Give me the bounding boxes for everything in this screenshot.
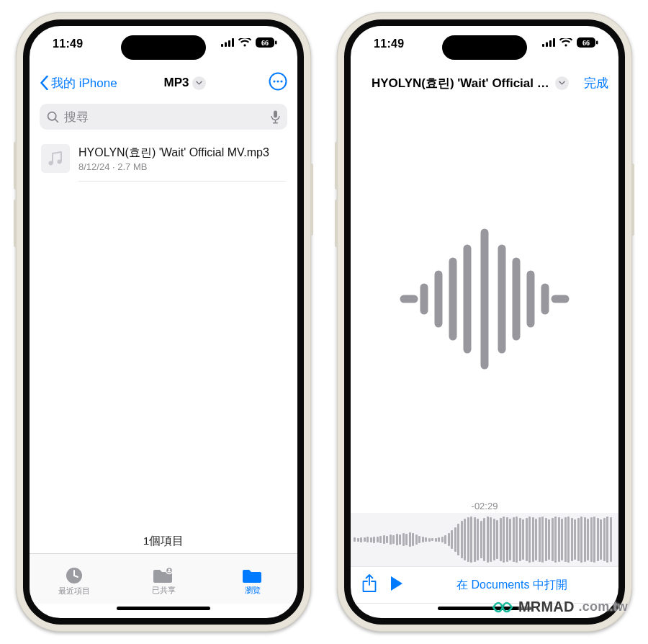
waveform-icon <box>391 227 578 371</box>
waveform-bar <box>539 517 541 562</box>
svg-rect-2 <box>228 40 230 47</box>
clock-icon <box>65 566 84 585</box>
waveform-bar <box>360 537 362 542</box>
waveform-bar <box>354 537 356 542</box>
music-file-icon <box>41 144 70 173</box>
remaining-time: -02:29 <box>351 498 618 513</box>
svg-rect-1 <box>225 43 227 48</box>
wifi-icon <box>559 38 572 47</box>
waveform-bar <box>513 517 515 562</box>
svg-point-8 <box>273 80 275 82</box>
svg-rect-21 <box>542 44 544 47</box>
waveform-bar <box>535 519 537 560</box>
waveform-bar <box>386 536 388 543</box>
waveform-bar <box>554 516 557 563</box>
waveform-bar <box>493 519 495 560</box>
nav-bar: HYOLYN(효린) 'Wait' Official MV 完成 <box>351 66 618 99</box>
waveform-bar <box>364 537 366 542</box>
tab-label: 最近項目 <box>58 586 90 596</box>
waveform-bar <box>548 519 550 560</box>
tab-label: 已共享 <box>152 586 176 596</box>
phone-frame-right: 11:49 66 HYOLYN(효린) 'Wait' Official MV 完… <box>337 12 632 632</box>
file-meta: 8/12/24 · 2.7 MB <box>78 161 286 172</box>
svg-text:66: 66 <box>582 39 590 47</box>
list-item[interactable]: HYOLYN(효린) 'Wait' Official MV.mp3 8/12/2… <box>40 137 287 189</box>
dynamic-island <box>442 35 527 60</box>
waveform-bar <box>561 519 563 560</box>
waveform-bar <box>444 535 446 544</box>
waveform-bar <box>409 532 411 547</box>
waveform-bar <box>383 535 385 544</box>
waveform-bar <box>545 518 547 561</box>
status-time: 11:49 <box>374 37 404 50</box>
waveform-bar <box>377 537 379 542</box>
file-list: HYOLYN(효린) 'Wait' Official MV.mp3 8/12/2… <box>30 137 297 528</box>
waveform-bar <box>402 533 405 546</box>
waveform-bar <box>509 519 511 560</box>
title-dropdown-icon <box>555 76 569 90</box>
svg-rect-5 <box>275 41 277 45</box>
waveform-bar <box>584 517 586 562</box>
waveform-bar <box>370 537 372 542</box>
page-title: HYOLYN(효린) 'Wait' Official MV <box>372 75 552 91</box>
waveform-bar <box>597 518 599 561</box>
wifi-icon <box>238 38 251 47</box>
waveform-scrubber[interactable] <box>351 513 618 566</box>
more-button[interactable] <box>269 72 287 94</box>
item-count: 1個項目 <box>30 528 297 553</box>
nav-title-group[interactable]: MP3 <box>164 76 207 90</box>
svg-point-20 <box>168 568 171 571</box>
watermark-suffix: .com.tw <box>579 599 628 614</box>
waveform-bar <box>567 516 570 563</box>
waveform-bar <box>431 538 433 541</box>
waveform-bar <box>603 518 606 561</box>
player-artwork-area <box>351 99 618 498</box>
watermark-logo-icon <box>491 600 514 614</box>
search-input[interactable]: 搜尋 <box>40 104 287 130</box>
play-button[interactable] <box>390 575 404 595</box>
title-dropdown-icon <box>192 76 206 90</box>
waveform-bar <box>441 537 444 542</box>
svg-point-17 <box>58 160 62 164</box>
battery-icon: 66 <box>577 37 598 48</box>
waveform-bar <box>373 537 375 543</box>
tab-recents[interactable]: 最近項目 <box>42 566 107 596</box>
waveform-bar <box>428 538 431 542</box>
waveform-bar <box>405 534 408 545</box>
waveform-bar <box>587 519 589 560</box>
microphone-icon[interactable] <box>271 110 280 124</box>
waveform-bar <box>528 516 531 563</box>
nav-bar: 我的 iPhone MP3 <box>30 66 297 99</box>
screen-right: 11:49 66 HYOLYN(효린) 'Wait' Official MV 完… <box>344 19 625 625</box>
waveform-bar <box>448 533 450 546</box>
play-icon <box>390 575 404 592</box>
svg-rect-13 <box>274 110 277 117</box>
done-button[interactable]: 完成 <box>584 75 608 91</box>
svg-rect-0 <box>221 44 223 47</box>
waveform-bar <box>552 518 554 561</box>
search-placeholder: 搜尋 <box>64 109 266 125</box>
svg-rect-24 <box>553 38 555 47</box>
waveform-bar <box>610 517 612 562</box>
battery-icon: 66 <box>256 37 277 48</box>
waveform-bar <box>477 519 479 560</box>
tab-browse[interactable]: 瀏覽 <box>220 567 285 596</box>
tab-shared[interactable]: 已共享 <box>131 567 196 596</box>
waveform-bar <box>574 519 576 560</box>
open-in-button[interactable]: 在 Documents 中打開 <box>417 578 607 593</box>
nav-title-group[interactable]: HYOLYN(효린) 'Wait' Official MV <box>372 75 569 91</box>
waveform-bar <box>483 518 485 561</box>
share-button[interactable] <box>362 574 377 596</box>
waveform-bar <box>558 517 560 562</box>
waveform-bar <box>457 524 459 555</box>
svg-line-12 <box>55 119 58 122</box>
waveform-bar <box>390 535 392 545</box>
svg-rect-26 <box>596 41 598 45</box>
search-icon <box>47 111 59 123</box>
back-button[interactable]: 我的 iPhone <box>40 75 119 91</box>
waveform-bar <box>490 517 492 562</box>
waveform-bar <box>526 518 528 561</box>
share-icon <box>362 574 377 593</box>
waveform-bar <box>593 516 595 563</box>
home-indicator[interactable] <box>30 604 297 618</box>
